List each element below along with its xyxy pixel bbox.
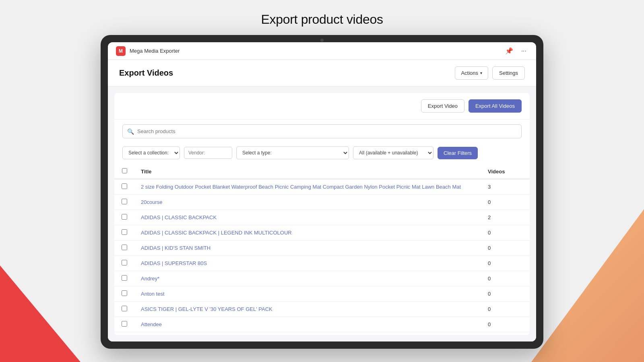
row-videos-9: 0 (481, 317, 530, 332)
row-checkbox-1[interactable] (122, 199, 127, 204)
vendor-filter[interactable] (184, 147, 232, 159)
type-filter[interactable]: Select a type: (236, 146, 349, 159)
row-title-8: ASICS TIGER | GEL-LYTE V '30 YEARS OF GE… (134, 302, 481, 317)
table-row: 20course0 (114, 195, 530, 210)
row-title-0: 2 size Folding Outdoor Pocket Blanket Wa… (134, 179, 481, 195)
main-content: Export Videos Actions ▾ Settings (108, 60, 536, 341)
search-area: 🔍 (114, 119, 530, 143)
row-title-5: ADIDAS | SUPERSTAR 80S (134, 256, 481, 271)
export-all-label: Export All Videos (475, 103, 515, 109)
app-name-label: Mega Media Exporter (130, 48, 180, 54)
row-title-9: Attendee (134, 317, 481, 332)
row-checkbox-cell-7 (114, 286, 134, 302)
row-title-1: 20course (134, 195, 481, 210)
export-videos-title: Export Videos (119, 68, 173, 78)
row-checkbox-cell-5 (114, 256, 134, 271)
product-link-8[interactable]: ASICS TIGER | GEL-LYTE V '30 YEARS OF GE… (141, 306, 272, 312)
app-logo: M (116, 46, 126, 56)
app-header-right: 📌 ··· (504, 45, 528, 56)
products-table-container[interactable]: Title Videos 2 size Folding Outdoor Pock… (114, 164, 530, 335)
row-videos-0: 3 (481, 179, 530, 195)
row-checkbox-cell-6 (114, 271, 134, 286)
more-icon: ··· (521, 47, 526, 55)
product-link-5[interactable]: ADIDAS | SUPERSTAR 80S (141, 260, 207, 266)
product-link-9[interactable]: Attendee (141, 321, 162, 327)
videos-column-header: Videos (481, 164, 530, 179)
row-videos-7: 0 (481, 286, 530, 302)
row-checkbox-cell-4 (114, 241, 134, 256)
export-row: Export Video Export All Videos (114, 93, 530, 119)
page-header: Export Videos Actions ▾ Settings (108, 60, 536, 86)
table-row: ASICS TIGER | GEL-LYTE V '30 YEARS OF GE… (114, 302, 530, 317)
row-checkbox-3[interactable] (122, 229, 127, 235)
table-header: Title Videos (114, 164, 530, 179)
clear-filters-label: Clear Filters (444, 150, 472, 156)
table-row: Andrey*0 (114, 271, 530, 286)
app-logo-text: M (119, 48, 123, 54)
products-table: Title Videos 2 size Folding Outdoor Pock… (114, 164, 530, 332)
clear-filters-button[interactable]: Clear Filters (438, 147, 478, 159)
row-title-7: Anton test (134, 286, 481, 302)
row-videos-8: 0 (481, 302, 530, 317)
search-icon: 🔍 (127, 128, 134, 135)
pin-icon: 📌 (505, 47, 513, 55)
device-frame: M Mega Media Exporter 📌 ··· Expo (101, 35, 543, 349)
row-checkbox-cell-1 (114, 195, 134, 210)
row-checkbox-cell-2 (114, 210, 134, 225)
app-header-left: M Mega Media Exporter (116, 46, 180, 56)
select-all-header (114, 164, 134, 179)
content-body: Export Video Export All Videos 🔍 (114, 93, 530, 335)
device-camera (320, 39, 324, 42)
row-checkbox-2[interactable] (122, 214, 127, 220)
product-link-3[interactable]: ADIDAS | CLASSIC BACKPACK | LEGEND INK M… (141, 230, 292, 236)
row-checkbox-4[interactable] (122, 245, 127, 250)
collection-filter[interactable]: Select a collection: (122, 146, 180, 159)
row-checkbox-0[interactable] (122, 183, 127, 189)
page-header-actions: Actions ▾ Settings (455, 66, 525, 80)
product-link-2[interactable]: ADIDAS | CLASSIC BACKPACK (141, 214, 217, 220)
table-row: ADIDAS | KID'S STAN SMITH0 (114, 241, 530, 256)
page-title: Export product videos (261, 12, 383, 27)
settings-button[interactable]: Settings (492, 66, 525, 80)
availability-filter[interactable]: All (available + unavailable) Available … (353, 146, 433, 159)
export-all-videos-button[interactable]: Export All Videos (469, 99, 522, 113)
row-checkbox-6[interactable] (122, 275, 127, 281)
filters-row: Select a collection: Select a type: All … (114, 143, 530, 164)
actions-chevron-icon: ▾ (480, 71, 482, 75)
product-link-4[interactable]: ADIDAS | KID'S STAN SMITH (141, 245, 211, 251)
row-checkbox-5[interactable] (122, 260, 127, 265)
row-checkbox-cell-3 (114, 225, 134, 241)
search-input[interactable] (122, 124, 522, 138)
table-row: ADIDAS | CLASSIC BACKPACK | LEGEND INK M… (114, 225, 530, 241)
table-row: Anton test0 (114, 286, 530, 302)
row-checkbox-cell-0 (114, 179, 134, 195)
export-video-label: Export Video (428, 103, 458, 109)
row-checkbox-7[interactable] (122, 290, 127, 296)
page-wrapper: Export product videos M Mega Media Expor… (0, 0, 644, 362)
product-link-0[interactable]: 2 size Folding Outdoor Pocket Blanket Wa… (141, 184, 461, 190)
table-row: 2 size Folding Outdoor Pocket Blanket Wa… (114, 179, 530, 195)
table-body: 2 size Folding Outdoor Pocket Blanket Wa… (114, 179, 530, 332)
row-videos-2: 2 (481, 210, 530, 225)
product-link-1[interactable]: 20course (141, 199, 162, 205)
row-checkbox-cell-8 (114, 302, 134, 317)
actions-button[interactable]: Actions ▾ (455, 66, 488, 80)
videos-column-label: Videos (488, 169, 505, 175)
row-checkbox-cell-9 (114, 317, 134, 332)
device-screen: M Mega Media Exporter 📌 ··· Expo (108, 42, 536, 341)
title-column-label: Title (141, 169, 152, 175)
row-title-4: ADIDAS | KID'S STAN SMITH (134, 241, 481, 256)
more-options-button[interactable]: ··· (520, 46, 528, 56)
row-checkbox-8[interactable] (122, 306, 127, 311)
product-link-6[interactable]: Andrey* (141, 276, 159, 282)
row-videos-3: 0 (481, 225, 530, 241)
product-link-7[interactable]: Anton test (141, 291, 165, 297)
pin-button[interactable]: 📌 (504, 45, 515, 56)
app-header-bar: M Mega Media Exporter 📌 ··· (108, 42, 536, 60)
search-input-wrapper: 🔍 (122, 124, 522, 138)
table-row: ADIDAS | SUPERSTAR 80S0 (114, 256, 530, 271)
table-row: Attendee0 (114, 317, 530, 332)
select-all-checkbox[interactable] (122, 168, 127, 173)
row-checkbox-9[interactable] (122, 321, 127, 327)
export-video-button[interactable]: Export Video (421, 99, 464, 113)
